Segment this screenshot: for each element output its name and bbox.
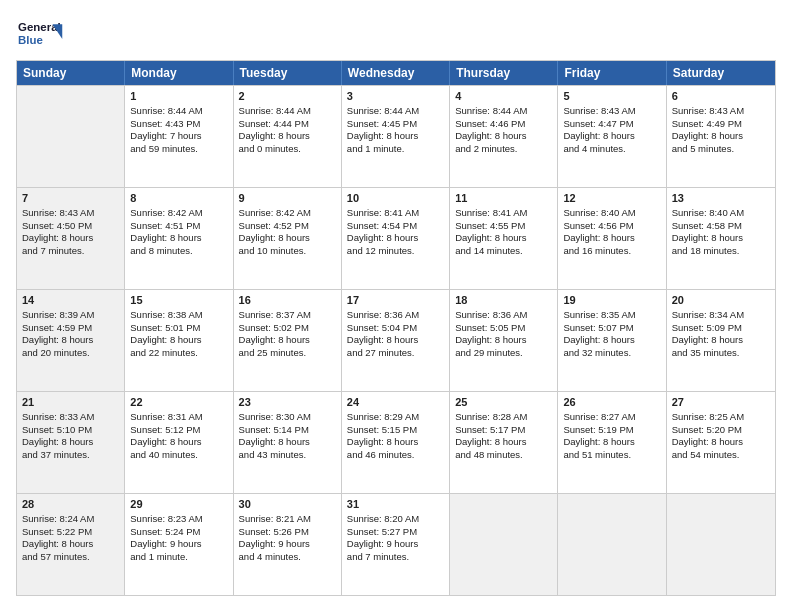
day-number: 16 — [239, 293, 336, 308]
day-number: 2 — [239, 89, 336, 104]
day-number: 6 — [672, 89, 770, 104]
cal-cell: 20Sunrise: 8:34 AM Sunset: 5:09 PM Dayli… — [667, 290, 775, 391]
day-number: 11 — [455, 191, 552, 206]
day-info: Sunrise: 8:42 AM Sunset: 4:51 PM Dayligh… — [130, 207, 227, 258]
day-info: Sunrise: 8:42 AM Sunset: 4:52 PM Dayligh… — [239, 207, 336, 258]
day-number: 18 — [455, 293, 552, 308]
day-number: 7 — [22, 191, 119, 206]
calendar-row-1: 7Sunrise: 8:43 AM Sunset: 4:50 PM Daylig… — [17, 187, 775, 289]
day-number: 17 — [347, 293, 444, 308]
day-info: Sunrise: 8:40 AM Sunset: 4:56 PM Dayligh… — [563, 207, 660, 258]
cal-cell: 27Sunrise: 8:25 AM Sunset: 5:20 PM Dayli… — [667, 392, 775, 493]
day-number: 31 — [347, 497, 444, 512]
header-cell-monday: Monday — [125, 61, 233, 85]
cal-cell: 8Sunrise: 8:42 AM Sunset: 4:51 PM Daylig… — [125, 188, 233, 289]
header-cell-saturday: Saturday — [667, 61, 775, 85]
day-number: 4 — [455, 89, 552, 104]
cal-cell: 17Sunrise: 8:36 AM Sunset: 5:04 PM Dayli… — [342, 290, 450, 391]
day-number: 15 — [130, 293, 227, 308]
logo-svg: General Blue — [16, 16, 66, 52]
cal-cell — [17, 86, 125, 187]
day-number: 27 — [672, 395, 770, 410]
cal-cell — [450, 494, 558, 595]
cal-cell: 11Sunrise: 8:41 AM Sunset: 4:55 PM Dayli… — [450, 188, 558, 289]
day-number: 26 — [563, 395, 660, 410]
day-info: Sunrise: 8:41 AM Sunset: 4:55 PM Dayligh… — [455, 207, 552, 258]
cal-cell: 22Sunrise: 8:31 AM Sunset: 5:12 PM Dayli… — [125, 392, 233, 493]
day-info: Sunrise: 8:39 AM Sunset: 4:59 PM Dayligh… — [22, 309, 119, 360]
day-info: Sunrise: 8:33 AM Sunset: 5:10 PM Dayligh… — [22, 411, 119, 462]
day-info: Sunrise: 8:44 AM Sunset: 4:45 PM Dayligh… — [347, 105, 444, 156]
day-info: Sunrise: 8:28 AM Sunset: 5:17 PM Dayligh… — [455, 411, 552, 462]
cal-cell: 4Sunrise: 8:44 AM Sunset: 4:46 PM Daylig… — [450, 86, 558, 187]
day-number: 21 — [22, 395, 119, 410]
day-number: 20 — [672, 293, 770, 308]
day-info: Sunrise: 8:23 AM Sunset: 5:24 PM Dayligh… — [130, 513, 227, 564]
day-info: Sunrise: 8:24 AM Sunset: 5:22 PM Dayligh… — [22, 513, 119, 564]
day-number: 9 — [239, 191, 336, 206]
day-info: Sunrise: 8:30 AM Sunset: 5:14 PM Dayligh… — [239, 411, 336, 462]
cal-cell: 29Sunrise: 8:23 AM Sunset: 5:24 PM Dayli… — [125, 494, 233, 595]
day-info: Sunrise: 8:41 AM Sunset: 4:54 PM Dayligh… — [347, 207, 444, 258]
cal-cell: 7Sunrise: 8:43 AM Sunset: 4:50 PM Daylig… — [17, 188, 125, 289]
day-number: 30 — [239, 497, 336, 512]
day-info: Sunrise: 8:36 AM Sunset: 5:05 PM Dayligh… — [455, 309, 552, 360]
cal-cell — [667, 494, 775, 595]
svg-text:Blue: Blue — [18, 34, 43, 46]
cal-cell: 6Sunrise: 8:43 AM Sunset: 4:49 PM Daylig… — [667, 86, 775, 187]
day-info: Sunrise: 8:43 AM Sunset: 4:50 PM Dayligh… — [22, 207, 119, 258]
header-cell-sunday: Sunday — [17, 61, 125, 85]
day-number: 19 — [563, 293, 660, 308]
header-cell-wednesday: Wednesday — [342, 61, 450, 85]
cal-cell: 25Sunrise: 8:28 AM Sunset: 5:17 PM Dayli… — [450, 392, 558, 493]
header-cell-friday: Friday — [558, 61, 666, 85]
day-number: 28 — [22, 497, 119, 512]
calendar: SundayMondayTuesdayWednesdayThursdayFrid… — [16, 60, 776, 596]
day-info: Sunrise: 8:20 AM Sunset: 5:27 PM Dayligh… — [347, 513, 444, 564]
cal-cell: 15Sunrise: 8:38 AM Sunset: 5:01 PM Dayli… — [125, 290, 233, 391]
cal-cell: 19Sunrise: 8:35 AM Sunset: 5:07 PM Dayli… — [558, 290, 666, 391]
day-info: Sunrise: 8:37 AM Sunset: 5:02 PM Dayligh… — [239, 309, 336, 360]
logo: General Blue — [16, 16, 66, 52]
day-number: 1 — [130, 89, 227, 104]
day-info: Sunrise: 8:27 AM Sunset: 5:19 PM Dayligh… — [563, 411, 660, 462]
header-cell-tuesday: Tuesday — [234, 61, 342, 85]
day-number: 22 — [130, 395, 227, 410]
day-number: 10 — [347, 191, 444, 206]
day-number: 23 — [239, 395, 336, 410]
calendar-row-0: 1Sunrise: 8:44 AM Sunset: 4:43 PM Daylig… — [17, 85, 775, 187]
day-number: 8 — [130, 191, 227, 206]
cal-cell: 24Sunrise: 8:29 AM Sunset: 5:15 PM Dayli… — [342, 392, 450, 493]
cal-cell: 26Sunrise: 8:27 AM Sunset: 5:19 PM Dayli… — [558, 392, 666, 493]
day-number: 12 — [563, 191, 660, 206]
cal-cell: 14Sunrise: 8:39 AM Sunset: 4:59 PM Dayli… — [17, 290, 125, 391]
header: General Blue — [16, 16, 776, 52]
day-number: 14 — [22, 293, 119, 308]
day-info: Sunrise: 8:36 AM Sunset: 5:04 PM Dayligh… — [347, 309, 444, 360]
day-info: Sunrise: 8:43 AM Sunset: 4:47 PM Dayligh… — [563, 105, 660, 156]
cal-cell: 2Sunrise: 8:44 AM Sunset: 4:44 PM Daylig… — [234, 86, 342, 187]
day-info: Sunrise: 8:31 AM Sunset: 5:12 PM Dayligh… — [130, 411, 227, 462]
calendar-row-2: 14Sunrise: 8:39 AM Sunset: 4:59 PM Dayli… — [17, 289, 775, 391]
cal-cell: 23Sunrise: 8:30 AM Sunset: 5:14 PM Dayli… — [234, 392, 342, 493]
day-info: Sunrise: 8:25 AM Sunset: 5:20 PM Dayligh… — [672, 411, 770, 462]
day-number: 5 — [563, 89, 660, 104]
day-number: 24 — [347, 395, 444, 410]
cal-cell: 5Sunrise: 8:43 AM Sunset: 4:47 PM Daylig… — [558, 86, 666, 187]
calendar-body: 1Sunrise: 8:44 AM Sunset: 4:43 PM Daylig… — [17, 85, 775, 595]
calendar-header: SundayMondayTuesdayWednesdayThursdayFrid… — [17, 61, 775, 85]
cal-cell: 10Sunrise: 8:41 AM Sunset: 4:54 PM Dayli… — [342, 188, 450, 289]
day-info: Sunrise: 8:44 AM Sunset: 4:43 PM Dayligh… — [130, 105, 227, 156]
cal-cell: 12Sunrise: 8:40 AM Sunset: 4:56 PM Dayli… — [558, 188, 666, 289]
header-cell-thursday: Thursday — [450, 61, 558, 85]
cal-cell: 3Sunrise: 8:44 AM Sunset: 4:45 PM Daylig… — [342, 86, 450, 187]
cal-cell: 30Sunrise: 8:21 AM Sunset: 5:26 PM Dayli… — [234, 494, 342, 595]
cal-cell: 9Sunrise: 8:42 AM Sunset: 4:52 PM Daylig… — [234, 188, 342, 289]
calendar-row-4: 28Sunrise: 8:24 AM Sunset: 5:22 PM Dayli… — [17, 493, 775, 595]
calendar-row-3: 21Sunrise: 8:33 AM Sunset: 5:10 PM Dayli… — [17, 391, 775, 493]
day-number: 3 — [347, 89, 444, 104]
day-number: 13 — [672, 191, 770, 206]
day-info: Sunrise: 8:43 AM Sunset: 4:49 PM Dayligh… — [672, 105, 770, 156]
cal-cell: 18Sunrise: 8:36 AM Sunset: 5:05 PM Dayli… — [450, 290, 558, 391]
day-info: Sunrise: 8:21 AM Sunset: 5:26 PM Dayligh… — [239, 513, 336, 564]
